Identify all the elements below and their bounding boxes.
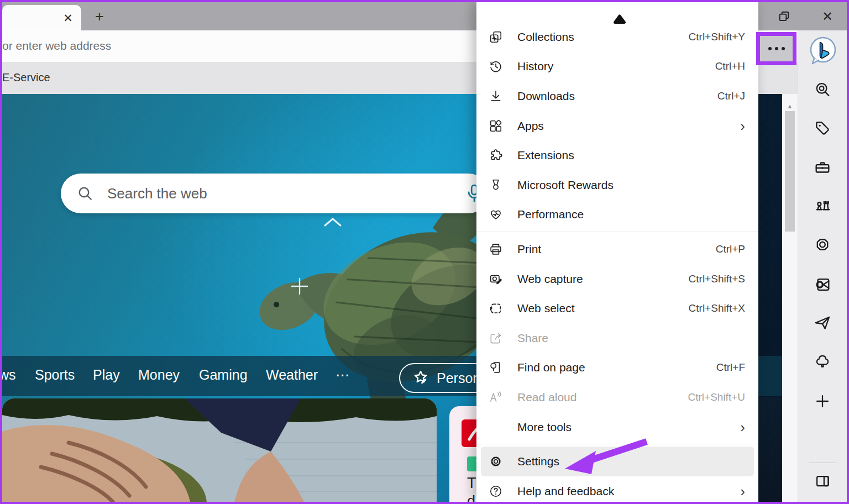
sidebar-separator (809, 463, 836, 463)
menu-item-shortcut: Ctrl+Shift+S (689, 273, 745, 285)
toolbox-icon (813, 158, 832, 177)
web-capture-icon (489, 271, 513, 287)
menu-item-label: Downloads (517, 90, 717, 103)
apps-icon (489, 118, 513, 134)
menu-item-label: Web select (517, 302, 689, 315)
scrollbar[interactable]: ▲ (782, 94, 798, 502)
nav-item-weather[interactable]: Weather (266, 367, 318, 383)
sidebar-customize-button[interactable] (811, 470, 834, 492)
annotation-highlight-box (756, 32, 796, 65)
read-aloud-icon (489, 389, 513, 406)
menu-item-label: History (517, 60, 715, 73)
new-tab-button[interactable]: + (91, 8, 108, 25)
menu-item-label: Collections (517, 30, 689, 44)
submenu-chevron-icon: › (740, 420, 745, 434)
outlook-icon (813, 275, 832, 294)
tab-close-button[interactable]: ✕ (61, 11, 75, 25)
menu-item-label: More tools (517, 421, 740, 434)
hexagon-app-icon (813, 236, 832, 255)
sidebar-item-games[interactable] (811, 196, 834, 218)
menu-item-performance[interactable]: Performance (476, 200, 758, 230)
print-icon (489, 241, 513, 258)
more-options-dot[interactable] (775, 47, 778, 50)
menu-item-collections[interactable]: Collections Ctrl+Shift+Y (476, 22, 758, 52)
menu-item-label: Apps (517, 119, 740, 133)
scrollbar-up-arrow[interactable]: ▲ (782, 102, 798, 111)
nav-item-money[interactable]: Money (138, 367, 180, 383)
menu-item-help-and-feedback[interactable]: Help and feedback › (476, 476, 758, 502)
extensions-icon (489, 147, 513, 164)
tag-icon (813, 119, 832, 138)
more-options-dot[interactable] (768, 47, 772, 50)
active-tab[interactable]: ✕ (2, 5, 81, 30)
nav-item-sports[interactable]: Sports (35, 367, 75, 383)
menu-item-web-capture[interactable]: Web capture Ctrl+Shift+S (476, 264, 758, 294)
sidebar-add-button[interactable] (811, 390, 834, 412)
sidebar-item-shopping[interactable] (811, 117, 834, 139)
sidebar-item-designer[interactable] (811, 234, 834, 256)
menu-item-print[interactable]: Print Ctrl+P (476, 234, 758, 264)
menu-item-label: Help and feedback (517, 485, 740, 498)
chess-games-icon (813, 197, 832, 216)
nav-item-play[interactable]: Play (93, 367, 120, 383)
scroll-up-chevron-icon[interactable] (322, 217, 344, 228)
side-panel-icon (813, 471, 832, 490)
sidebar-item-messaging[interactable] (811, 312, 834, 334)
menu-item-label: Share (517, 332, 745, 345)
sidebar-item-outlook[interactable] (811, 274, 834, 296)
menu-item-label: Print (517, 243, 716, 256)
submenu-chevron-icon: › (740, 119, 745, 133)
screenshot-frame: ✕ + ✕ or enter web address E-Service (0, 0, 849, 504)
sidebar-item-bing-discover[interactable] (807, 35, 839, 67)
search-sidebar-icon (813, 80, 832, 99)
menu-item-shortcut: Ctrl+P (716, 243, 745, 255)
card-title-line2: d (467, 493, 475, 502)
history-icon (489, 58, 513, 75)
menu-item-web-select[interactable]: Web select Ctrl+Shift+X (476, 293, 758, 323)
news-photo-card[interactable] (2, 398, 437, 502)
menu-item-label: Extensions (517, 149, 745, 162)
more-options-dot[interactable] (782, 47, 785, 50)
performance-icon (489, 206, 513, 223)
menu-item-extensions[interactable]: Extensions (476, 140, 758, 170)
search-box[interactable]: Search the web (61, 174, 489, 213)
menu-item-history[interactable]: History Ctrl+H (476, 52, 758, 82)
menu-item-apps[interactable]: Apps › (476, 111, 758, 141)
find-on-page-icon (489, 359, 513, 376)
menu-item-share: Share (476, 323, 758, 353)
photo-hands-turtle (2, 398, 437, 502)
menu-item-label: Find on page (517, 361, 716, 374)
bookmark-item[interactable]: E-Service (2, 71, 50, 84)
menu-item-microsoft-rewards[interactable]: Microsoft Rewards (476, 170, 758, 200)
window-restore-button[interactable] (775, 8, 794, 25)
nav-item-news[interactable]: ws (2, 367, 16, 383)
blank-icon-space (489, 419, 513, 435)
menu-item-label: Read aloud (517, 391, 688, 404)
paper-plane-icon (813, 314, 832, 333)
nav-item-gaming[interactable]: Gaming (199, 367, 248, 383)
download-icon (489, 88, 513, 104)
menu-item-label: Web capture (517, 272, 689, 286)
scrollbar-thumb[interactable] (785, 111, 795, 232)
web-select-icon (489, 300, 513, 317)
search-icon (76, 185, 94, 202)
star-pencil-icon (411, 369, 430, 387)
menu-item-shortcut: Ctrl+Shift+Y (689, 31, 745, 43)
share-icon (489, 330, 513, 347)
sidebar-item-tree[interactable] (811, 351, 834, 373)
menu-item-shortcut: Ctrl+J (717, 90, 745, 102)
window-close-button[interactable]: ✕ (818, 8, 837, 25)
sidebar-item-tools[interactable] (811, 156, 834, 179)
menu-item-shortcut: Ctrl+H (715, 60, 745, 72)
menu-item-find-on-page[interactable]: Find on page Ctrl+F (476, 353, 758, 383)
submenu-chevron-icon: › (740, 484, 745, 498)
help-icon (489, 483, 513, 500)
menu-item-downloads[interactable]: Downloads Ctrl+J (476, 81, 758, 111)
sidebar-item-search[interactable] (811, 78, 834, 101)
menu-item-shortcut: Ctrl+Shift+X (689, 302, 745, 314)
add-shortcut-icon[interactable] (290, 276, 310, 296)
nav-more-ellipsis[interactable]: ⋯ (336, 367, 349, 383)
search-placeholder: Search the web (107, 185, 207, 202)
menu-item-label: Microsoft Rewards (517, 179, 745, 192)
menu-item-label: Performance (517, 208, 745, 221)
